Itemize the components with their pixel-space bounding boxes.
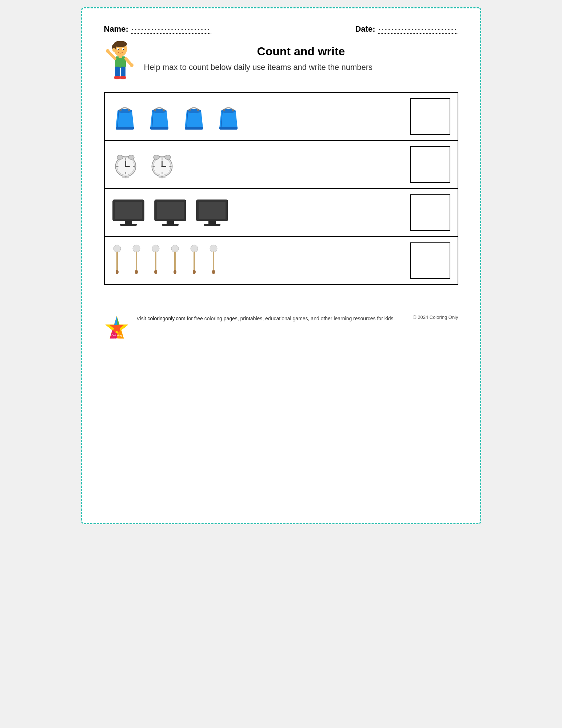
monitor-icon (112, 199, 145, 226)
svg-rect-73 (199, 202, 226, 219)
footer: Coloring Only Visit coloringonly.com for… (104, 307, 458, 340)
svg-rect-71 (162, 224, 179, 226)
svg-point-46 (125, 166, 126, 167)
monitors-area (112, 199, 403, 226)
svg-rect-80 (136, 252, 137, 272)
svg-rect-9 (119, 55, 122, 58)
svg-rect-15 (121, 67, 125, 77)
footer-copyright: © 2024 Coloring Only (413, 314, 458, 320)
svg-point-79 (133, 245, 140, 252)
footer-link[interactable]: coloringonly.com (148, 316, 186, 321)
svg-point-51 (154, 155, 159, 159)
svg-point-5 (117, 49, 119, 50)
worksheet-title: Count and write (144, 45, 458, 58)
worksheet-page: Name: ........................ Date: ...… (81, 7, 481, 524)
svg-point-6 (123, 49, 124, 50)
date-label: Date: (355, 24, 375, 34)
svg-rect-25 (150, 127, 168, 130)
svg-point-91 (210, 245, 217, 252)
monitor-icon (196, 199, 228, 226)
spoon-icon (170, 244, 180, 277)
spoon-icon (112, 244, 122, 277)
svg-rect-83 (155, 252, 156, 272)
footer-right: © 2024 Coloring Only (413, 314, 458, 320)
svg-rect-47 (122, 176, 125, 178)
table-row (105, 93, 458, 141)
header-row: Name: ........................ Date: ...… (104, 23, 458, 34)
svg-point-37 (128, 155, 134, 159)
title-section: Count and write Help max to count below … (104, 45, 458, 81)
svg-rect-77 (116, 252, 118, 272)
spoon-icon (151, 244, 161, 277)
name-field: Name: ........................ (104, 23, 211, 34)
date-field: Date: ........................ (355, 23, 458, 34)
buckets-area (112, 102, 403, 131)
svg-point-12 (106, 49, 109, 53)
svg-rect-31 (223, 109, 225, 111)
svg-point-93 (212, 270, 215, 274)
svg-point-36 (117, 155, 123, 159)
date-dots: ........................ (378, 23, 458, 34)
subtitle: Help max to count below daily use iteams… (144, 63, 458, 72)
svg-point-52 (165, 155, 171, 159)
svg-rect-33 (219, 127, 238, 130)
svg-rect-92 (213, 252, 214, 272)
clock-icon (148, 151, 176, 178)
svg-point-88 (191, 245, 198, 252)
svg-rect-27 (188, 109, 191, 111)
activity-table (104, 92, 458, 285)
bucket-icon (216, 102, 241, 131)
svg-point-82 (152, 245, 159, 252)
footer-description: for free coloring pages, printables, edu… (186, 316, 395, 321)
svg-rect-19 (119, 109, 121, 111)
svg-rect-89 (194, 252, 195, 272)
svg-rect-74 (208, 221, 216, 224)
svg-rect-21 (116, 127, 134, 130)
spoon-icon (189, 244, 199, 277)
svg-rect-23 (154, 109, 156, 111)
svg-rect-8 (115, 56, 126, 68)
answer-box-2[interactable] (410, 146, 450, 183)
table-row (105, 141, 458, 189)
svg-rect-67 (120, 224, 137, 226)
svg-point-90 (193, 270, 196, 274)
title-text: Count and write Help max to count below … (144, 45, 458, 72)
monitor-icon (154, 199, 187, 226)
svg-rect-70 (167, 221, 174, 224)
bucket-icon (147, 102, 172, 131)
svg-point-85 (171, 245, 179, 252)
footer-visit: Visit (137, 316, 148, 321)
footer-text: Visit coloringonly.com for free coloring… (137, 314, 406, 323)
bucket-icon (181, 102, 207, 131)
svg-rect-29 (185, 127, 203, 130)
svg-point-87 (174, 270, 176, 274)
spoons-area (112, 244, 403, 277)
answer-box-4[interactable] (410, 242, 450, 279)
svg-point-13 (130, 63, 133, 67)
svg-point-7 (112, 48, 115, 52)
coloring-only-logo: Coloring Only (104, 314, 129, 340)
name-dots: ........................ (131, 23, 211, 34)
answer-box-1[interactable] (410, 98, 450, 135)
svg-text:Coloring: Coloring (111, 334, 122, 337)
svg-rect-20 (128, 109, 130, 111)
table-row (105, 237, 458, 284)
spoon-icon (131, 244, 142, 277)
svg-rect-24 (163, 109, 165, 111)
svg-rect-75 (204, 224, 220, 226)
svg-rect-14 (115, 67, 120, 77)
svg-point-61 (161, 166, 163, 167)
svg-point-78 (116, 270, 119, 274)
svg-point-16 (114, 76, 120, 79)
svg-rect-32 (232, 109, 234, 111)
svg-rect-86 (174, 252, 176, 272)
spoon-icon (208, 244, 219, 277)
svg-rect-69 (157, 202, 184, 219)
table-row (105, 189, 458, 237)
svg-point-81 (135, 270, 138, 274)
answer-box-3[interactable] (410, 194, 450, 231)
clock-icon (112, 151, 139, 178)
bucket-icon (112, 102, 137, 131)
svg-rect-66 (125, 221, 132, 224)
svg-rect-63 (163, 176, 166, 178)
